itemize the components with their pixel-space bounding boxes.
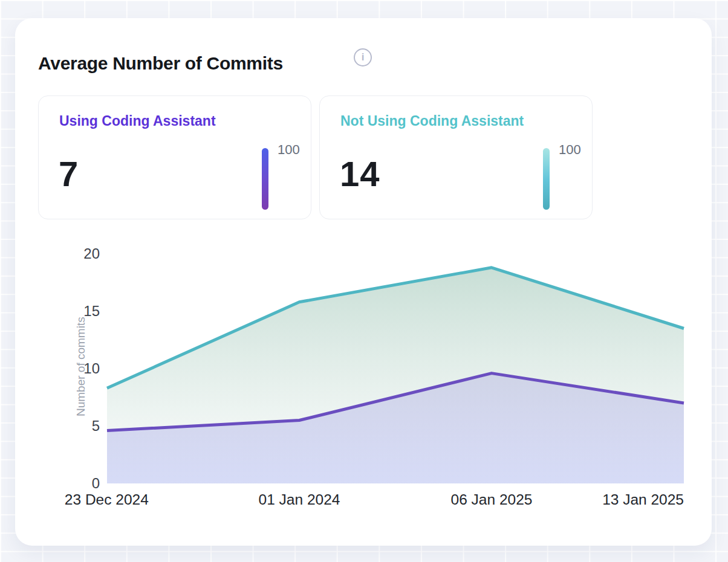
x-tick-label: 01 Jan 2024 (259, 491, 340, 508)
info-icon[interactable]: i (354, 48, 372, 66)
stat-label: Using Coding Assistant (59, 113, 216, 129)
x-tick-label: 13 Jan 2025 (602, 491, 684, 508)
stat-label: Not Using Coding Assistant (340, 113, 524, 129)
stat-value: 14 (340, 153, 380, 194)
stat-card-not-using-assistant: Not Using Coding Assistant 14 100 (319, 95, 593, 219)
stat-scale-max: 100 (559, 142, 581, 158)
y-axis-title: Number of commits (73, 309, 89, 424)
stat-scale-bar (543, 148, 550, 210)
page-title: Average Number of Commits (38, 53, 283, 74)
average-commits-card: Average Number of Commits i Using Coding… (15, 18, 712, 546)
commits-area-chart[interactable] (107, 254, 684, 483)
stat-scale-max: 100 (278, 142, 300, 158)
x-tick-label: 06 Jan 2025 (451, 491, 533, 508)
stat-card-using-assistant: Using Coding Assistant 7 100 (38, 95, 311, 219)
x-tick-label: 23 Dec 2024 (65, 491, 149, 508)
stat-scale-bar (262, 148, 268, 210)
y-tick-label: 0 (62, 475, 100, 492)
y-tick-label: 20 (62, 245, 100, 262)
stat-value: 7 (59, 153, 79, 194)
